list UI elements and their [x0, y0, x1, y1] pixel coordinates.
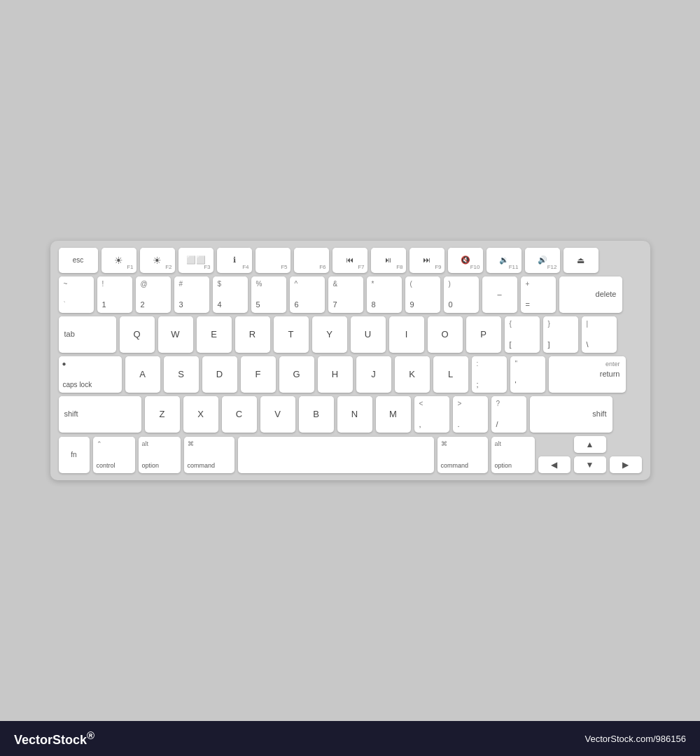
key-backslash[interactable]: | \ [582, 316, 617, 353]
key-f11[interactable]: 🔉 F11 [486, 248, 522, 273]
key-open-bracket[interactable]: { [ [505, 316, 540, 353]
key-f4[interactable]: ℹ F4 [217, 248, 252, 273]
key-command-right[interactable]: ⌘ command [438, 437, 488, 473]
key-o[interactable]: O [428, 316, 463, 353]
vectorstock-url: VectorStock.com/986156 [584, 734, 686, 744]
qwerty-row: tab Q W E R T Y U I O P { [ } ] | \ [59, 316, 642, 353]
key-f8[interactable]: ⏯ F8 [371, 248, 406, 273]
logo-reg: ® [87, 729, 94, 741]
logo-text: VectorStock [14, 733, 87, 747]
key-arrow-left[interactable]: ◀ [538, 456, 570, 473]
key-f10[interactable]: 🔇 F10 [448, 248, 483, 273]
key-z[interactable]: Z [145, 396, 180, 433]
key-eject[interactable]: ⏏ [564, 248, 598, 273]
key-space[interactable] [238, 437, 434, 473]
key-g[interactable]: G [279, 356, 314, 393]
key-command-left[interactable]: ⌘ command [184, 437, 234, 473]
key-l[interactable]: L [433, 356, 468, 393]
key-f9[interactable]: ⏭ F9 [410, 248, 444, 273]
key-equals[interactable]: + = [521, 276, 556, 313]
key-b[interactable]: B [299, 396, 334, 433]
key-arrow-up[interactable]: ▲ [574, 436, 606, 453]
key-f[interactable]: F [241, 356, 276, 393]
key-quote[interactable]: " ' [510, 356, 545, 393]
key-option-left[interactable]: alt option [139, 437, 181, 473]
key-a[interactable]: A [125, 356, 160, 393]
vectorstock-logo: VectorStock® [14, 729, 94, 748]
bottom-bar: VectorStock® VectorStock.com/986156 [0, 721, 700, 756]
key-f1[interactable]: ☀ F1 [102, 248, 136, 273]
key-m[interactable]: M [376, 396, 411, 433]
key-f3[interactable]: ⬜⬜ F3 [178, 248, 214, 273]
key-3[interactable]: # 3 [174, 276, 209, 313]
function-row: esc ☀ F1 ☀ F2 ⬜⬜ F3 ℹ F4 F5 F6 [59, 248, 642, 273]
key-0[interactable]: ) 0 [444, 276, 479, 313]
key-delete[interactable]: delete [559, 276, 622, 313]
key-tab[interactable]: tab [59, 316, 116, 353]
home-row: ● caps lock A S D F G H J K L : ; " ' en… [59, 356, 642, 393]
shift-row: shift Z X C V B N M < , > . ? / shift [59, 396, 642, 433]
key-x[interactable]: X [183, 396, 218, 433]
key-7[interactable]: & 7 [328, 276, 363, 313]
key-k[interactable]: K [395, 356, 430, 393]
key-capslock[interactable]: ● caps lock [59, 356, 122, 393]
key-t[interactable]: T [274, 316, 309, 353]
key-6[interactable]: ^ 6 [290, 276, 325, 313]
key-r[interactable]: R [235, 316, 270, 353]
key-2[interactable]: @ 2 [136, 276, 171, 313]
key-f12[interactable]: 🔊 F12 [525, 248, 560, 273]
keyboard: esc ☀ F1 ☀ F2 ⬜⬜ F3 ℹ F4 F5 F6 [50, 241, 650, 480]
key-s[interactable]: S [164, 356, 199, 393]
key-f5[interactable]: F5 [255, 248, 290, 273]
key-e[interactable]: E [197, 316, 232, 353]
key-f2[interactable]: ☀ F2 [140, 248, 175, 273]
key-f6[interactable]: F6 [294, 248, 329, 273]
key-tilde[interactable]: ~ ` [59, 276, 94, 313]
key-4[interactable]: $ 4 [213, 276, 248, 313]
key-p[interactable]: P [466, 316, 501, 353]
number-row: ~ ` ! 1 @ 2 # 3 $ 4 % 5 [59, 276, 642, 313]
key-arrow-right[interactable]: ▶ [610, 456, 642, 473]
key-i[interactable]: I [389, 316, 424, 353]
key-j[interactable]: J [356, 356, 391, 393]
key-esc[interactable]: esc [59, 248, 98, 273]
modifier-row: fn ⌃ control alt option ⌘ command ⌘ comm… [59, 436, 642, 473]
key-c[interactable]: C [222, 396, 257, 433]
key-period[interactable]: > . [453, 396, 488, 433]
keyboard-wrapper: esc ☀ F1 ☀ F2 ⬜⬜ F3 ℹ F4 F5 F6 [50, 0, 650, 721]
key-enter[interactable]: enter return [549, 356, 626, 393]
key-control[interactable]: ⌃ control [93, 437, 135, 473]
key-option-right[interactable]: alt option [491, 437, 535, 473]
key-w[interactable]: W [158, 316, 193, 353]
key-semicolon[interactable]: : ; [472, 356, 507, 393]
key-fn[interactable]: fn [59, 437, 90, 473]
key-5[interactable]: % 5 [251, 276, 286, 313]
key-f7[interactable]: ⏮ F7 [332, 248, 368, 273]
key-shift-left[interactable]: shift [59, 396, 141, 433]
key-q[interactable]: Q [120, 316, 155, 353]
key-shift-right[interactable]: shift [530, 396, 612, 433]
key-n[interactable]: N [337, 396, 372, 433]
key-comma[interactable]: < , [414, 396, 449, 433]
key-u[interactable]: U [351, 316, 386, 353]
key-y[interactable]: Y [312, 316, 347, 353]
key-d[interactable]: D [202, 356, 237, 393]
key-slash[interactable]: ? / [491, 396, 526, 433]
key-minus[interactable]: – [482, 276, 517, 313]
key-9[interactable]: ( 9 [405, 276, 440, 313]
key-h[interactable]: H [318, 356, 353, 393]
key-1[interactable]: ! 1 [97, 276, 132, 313]
key-close-bracket[interactable]: } ] [543, 316, 578, 353]
key-arrow-down[interactable]: ▼ [574, 456, 606, 473]
key-v[interactable]: V [260, 396, 295, 433]
key-8[interactable]: * 8 [367, 276, 402, 313]
